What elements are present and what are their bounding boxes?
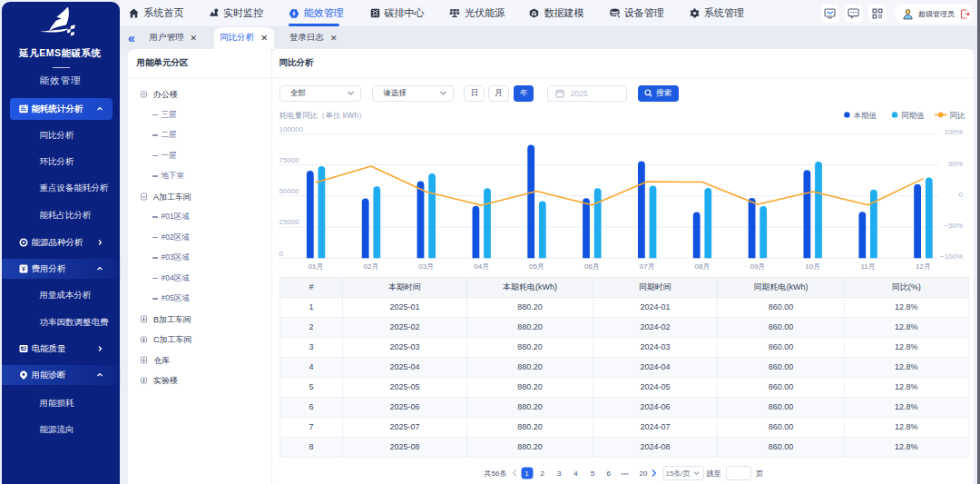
svg-text:25000: 25000	[279, 218, 300, 226]
svg-text:0: 0	[279, 249, 284, 257]
svg-text:11月: 11月	[860, 262, 875, 271]
svg-text:08月: 08月	[695, 262, 710, 271]
svg-text:100%: 100%	[945, 128, 963, 136]
svg-text:09月: 09月	[750, 262, 765, 271]
svg-text:0: 0	[959, 190, 964, 198]
svg-text:75000: 75000	[279, 155, 300, 163]
svg-text:12月: 12月	[916, 262, 931, 271]
svg-text:50%: 50%	[948, 159, 963, 167]
svg-text:03月: 03月	[418, 262, 434, 271]
svg-text:−100%: −100%	[940, 252, 963, 261]
svg-text:本期值: 本期值	[854, 111, 877, 120]
svg-text:−50%: −50%	[944, 222, 963, 230]
svg-text:07月: 07月	[640, 262, 655, 271]
svg-text:01月: 01月	[309, 262, 324, 271]
svg-text:耗电量同比（单位 kWh）: 耗电量同比（单位 kWh）	[279, 111, 367, 120]
svg-text:05月: 05月	[529, 262, 544, 271]
svg-text:同期值: 同期值	[901, 111, 925, 120]
svg-text:同比: 同比	[950, 111, 966, 120]
svg-text:06月: 06月	[584, 262, 600, 271]
svg-text:02月: 02月	[364, 262, 379, 271]
svg-text:10月: 10月	[805, 262, 820, 271]
svg-text:100000: 100000	[279, 124, 304, 133]
svg-text:50000: 50000	[279, 187, 300, 195]
svg-text:04月: 04月	[474, 262, 489, 271]
